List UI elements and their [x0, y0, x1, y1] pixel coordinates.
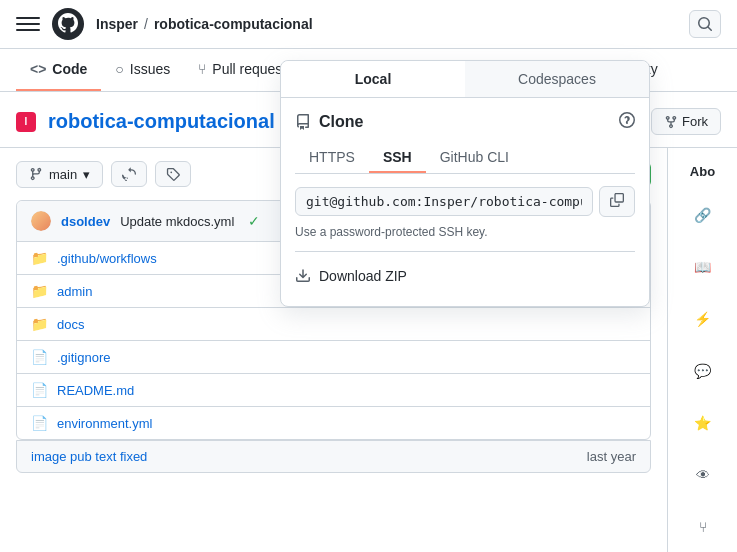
copy-url-button[interactable]: [599, 186, 635, 217]
clone-method-tabs: HTTPS SSH GitHub CLI: [295, 143, 635, 174]
file-icon: 📄: [31, 415, 47, 431]
clone-dropdown: Local Codespaces Clone HTTPS SSH GitHub …: [280, 60, 650, 307]
avatar: [31, 211, 51, 231]
clone-hint: Use a password-protected SSH key.: [295, 225, 635, 239]
compare-button[interactable]: [111, 161, 147, 187]
clone-body: Clone HTTPS SSH GitHub CLI Use a passwor…: [281, 98, 649, 306]
star-icon[interactable]: ⚡: [687, 303, 719, 335]
list-item: 📄 .gitignore: [17, 341, 650, 374]
file-icon: 📄: [31, 349, 47, 365]
list-item: 📄 README.md: [17, 374, 650, 407]
last-commit-time: last year: [587, 449, 636, 464]
folder-icon: 📁: [31, 283, 47, 299]
commit-author[interactable]: dsoldev: [61, 214, 110, 229]
bookmark-icon[interactable]: ⭐: [687, 407, 719, 439]
file-name[interactable]: environment.yml: [57, 416, 636, 431]
chat-icon[interactable]: 💬: [687, 355, 719, 387]
repo-name-link[interactable]: robotica-computacional: [154, 16, 313, 32]
svg-point-0: [52, 8, 84, 40]
clone-tabs: Local Codespaces: [281, 61, 649, 98]
compare-icon: [122, 167, 136, 181]
repo-full-name[interactable]: robotica-computacional: [48, 110, 275, 133]
fork-icon: [664, 115, 678, 129]
book-icon[interactable]: 📖: [687, 251, 719, 283]
issues-icon: ○: [115, 61, 123, 77]
tag-button[interactable]: [155, 161, 191, 187]
org-link[interactable]: Insper: [96, 16, 138, 32]
search-icon: [697, 16, 713, 32]
tab-issues[interactable]: ○ Issues: [101, 49, 184, 91]
file-icon: 📄: [31, 382, 47, 398]
fork2-icon[interactable]: ⑂: [687, 511, 719, 543]
hamburger-button[interactable]: [16, 12, 40, 36]
file-name[interactable]: README.md: [57, 383, 636, 398]
code-icon: <>: [30, 61, 46, 77]
copy-icon: [610, 193, 624, 207]
file-name[interactable]: .gitignore: [57, 350, 636, 365]
clone-tab-codespaces[interactable]: Codespaces: [465, 61, 649, 97]
list-item: 📄 environment.yml: [17, 407, 650, 439]
search-button[interactable]: [689, 10, 721, 38]
eye2-icon[interactable]: 👁: [687, 459, 719, 491]
branch-icon: [29, 167, 43, 181]
branch-selector[interactable]: main ▾: [16, 161, 103, 188]
clone-input-row: [295, 186, 635, 217]
fork-button[interactable]: Fork: [651, 108, 721, 135]
folder-icon: 📁: [31, 316, 47, 332]
pr-icon: ⑂: [198, 61, 206, 77]
download-zip-button[interactable]: Download ZIP: [295, 260, 635, 292]
clone-header: Clone: [295, 112, 635, 131]
list-item: 📁 docs: [17, 308, 650, 341]
last-commit-link[interactable]: image pub text fixed: [31, 449, 147, 464]
link-icon[interactable]: 🔗: [687, 199, 719, 231]
download-icon: [295, 268, 311, 284]
repo-org-icon: I: [16, 112, 36, 132]
tag-icon: [166, 167, 180, 181]
github-logo: [52, 8, 84, 40]
help-icon: [619, 112, 635, 128]
clone-method-cli[interactable]: GitHub CLI: [426, 143, 523, 173]
breadcrumb: Insper / robotica-computacional: [96, 16, 677, 32]
top-bar: Insper / robotica-computacional: [0, 0, 737, 49]
commit-message: Update mkdocs.yml: [120, 214, 234, 229]
clone-title: Clone: [295, 113, 363, 131]
check-icon: ✓: [248, 213, 260, 229]
clone-method-https[interactable]: HTTPS: [295, 143, 369, 173]
folder-icon: 📁: [31, 250, 47, 266]
clone-help-button[interactable]: [619, 112, 635, 131]
file-name[interactable]: docs: [57, 317, 636, 332]
clone-icon: [295, 114, 311, 130]
clone-tab-local[interactable]: Local: [281, 61, 465, 97]
bottom-commit-row: image pub text fixed last year: [16, 440, 651, 473]
about-label: Abo: [690, 164, 715, 179]
clone-url-input[interactable]: [295, 187, 593, 216]
right-sidebar: Abo 🔗 📖 ⚡ 💬 ⭐ 👁 ⑂ Rep Rel: [667, 148, 737, 552]
clone-method-ssh[interactable]: SSH: [369, 143, 426, 173]
tab-code[interactable]: <> Code: [16, 49, 101, 91]
